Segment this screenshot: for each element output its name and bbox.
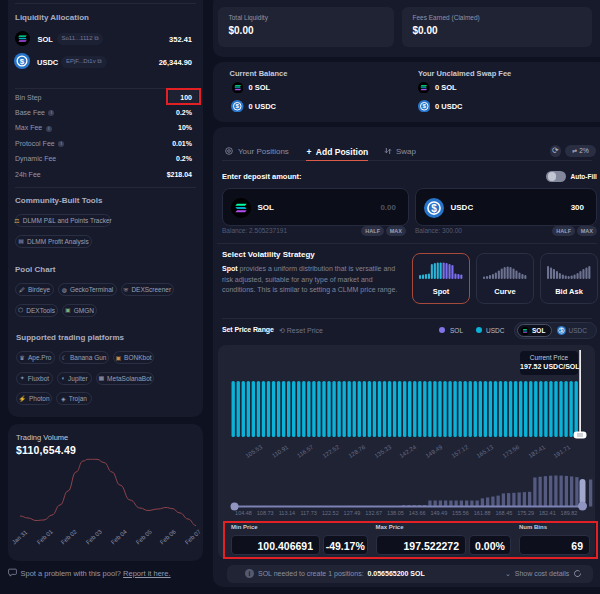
svg-text:$: $ — [20, 57, 25, 66]
svg-text:$: $ — [422, 102, 426, 109]
svg-text:$: $ — [431, 202, 437, 213]
svg-text:$: $ — [236, 102, 240, 109]
